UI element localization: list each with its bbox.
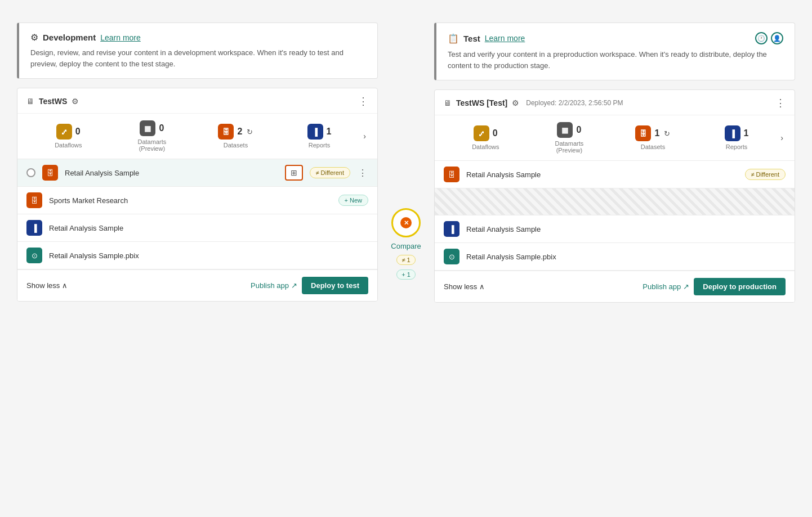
compare-new-badge: + 1 [396,269,416,280]
dev-item-dataset-icon-retail: 🗄 [42,165,58,181]
test-item-name-retail-report: Retail Analysis Sample [466,225,786,233]
test-person-icon[interactable]: 👤 [771,32,783,44]
test-info-card: 📋 Test Learn more 🕐 👤 Test and verify yo… [434,23,795,80]
test-datasets-count: 1 [654,128,659,138]
dev-datamarts-label: Datamarts(Preview) [137,138,166,152]
test-item-row-hatched [435,188,795,215]
test-datasets-refresh-icon[interactable]: ↻ [664,129,670,138]
dev-compare-icon-btn[interactable]: ⊞ [285,165,303,181]
test-datasets-label: Datasets [641,143,665,150]
dev-stat-dataflows: ⑇ 0 Dataflows [26,124,110,149]
test-stats-row: ⑇ 0 Dataflows ▦ 0 Datamarts(Preview) 🗄 [435,115,795,160]
test-reports-count: 1 [744,128,749,138]
dev-publish-app-button[interactable]: Publish app ↗ [251,281,297,290]
dev-reports-icon: ▐ [307,124,323,140]
dev-datasets-refresh-icon[interactable]: ↻ [247,128,253,136]
dev-item-menu-retail-dataset[interactable]: ⋮ [357,168,368,178]
test-item-row-retail-dataset: 🗄 Retail Analysis Sample ≠ Different [435,161,795,188]
test-workspace-card: 🖥 TestWS [Test] ⚙ Deployed: 2/2/2023, 2:… [434,89,795,303]
test-datamarts-icon: ▦ [557,122,573,138]
dev-show-less-label: Show less [26,281,60,290]
dev-info-card: ⚙ Development Learn more Design, review,… [17,23,378,79]
test-stat-dataflows: ⑇ 0 Dataflows [444,125,528,150]
test-stat-datasets: 🗄 1 ↻ Datasets [611,125,695,150]
dev-stat-datamarts: ▦ 0 Datamarts(Preview) [110,120,194,152]
test-card-footer: Show less ∧ Publish app ↗ Deploy to prod… [435,271,795,302]
test-stat-datamarts: ▦ 0 Datamarts(Preview) [528,122,612,154]
dev-item-name-retail-report: Retail Analysis Sample [49,224,368,232]
test-chevron-up-icon: ∧ [479,282,485,291]
test-external-link-icon: ↗ [683,282,689,291]
dev-workspace-menu[interactable]: ⋮ [358,96,368,106]
dev-stat-reports: ▐ 1 Reports [278,124,362,149]
dev-item-row-retail-report: ▐ Retail Analysis Sample [17,214,377,242]
dev-reports-label: Reports [309,142,331,149]
test-workspace-header: 🖥 TestWS [Test] ⚙ Deployed: 2/2/2023, 2:… [435,90,795,115]
test-deploy-button[interactable]: Deploy to production [694,278,786,295]
dev-item-name-retail-pbix: Retail Analysis Sample.pbix [49,251,368,260]
dev-datasets-label: Datasets [224,142,248,149]
compare-circle[interactable]: ✕ [391,208,421,237]
compare-grid-icon: ⊞ [291,168,297,177]
compare-label[interactable]: Compare [391,242,421,250]
dev-item-row-retail-dataset: 🗄 Retail Analysis Sample ⊞ ≠ Different ⋮ [17,159,377,187]
dev-item-row-retail-pbix: ⊙ Retail Analysis Sample.pbix [17,242,377,269]
dev-workspace-header: 🖥 TestWS ⚙ ⋮ [17,88,377,114]
dev-stat-datasets: 🗄 2 ↻ Datasets [194,124,278,149]
test-workspace-menu[interactable]: ⋮ [775,98,786,108]
dev-datasets-icon: 🗄 [218,124,234,140]
test-item-report-icon-retail: ▐ [444,221,459,237]
dev-ws-settings-icon[interactable]: ⚙ [72,97,79,106]
dev-dataflows-icon: ⑇ [56,124,72,140]
test-show-less-button[interactable]: Show less ∧ [444,282,485,291]
dev-deploy-button[interactable]: Deploy to test [302,277,368,294]
test-dataflows-count: 0 [493,128,498,138]
dev-card-footer: Show less ∧ Publish app ↗ Deploy to test [17,269,377,301]
dev-item-row-sports: 🗄 Sports Market Research + New [17,187,377,214]
dev-workspace-name: TestWS [39,97,67,106]
test-workspace-icon: 🖥 [444,98,452,107]
dev-stats-chevron-right[interactable]: › [361,132,368,141]
test-stats-chevron-right[interactable]: › [778,133,786,142]
test-datasets-icon: 🗄 [635,125,651,141]
test-dataflows-label: Dataflows [472,143,499,150]
test-show-less-label: Show less [444,282,477,291]
dev-item-name-sports: Sports Market Research [49,196,332,205]
dev-description: Design, review, and revise your content … [30,47,366,69]
test-reports-label: Reports [726,143,748,150]
wrench-icon: ⚙ [30,32,38,43]
test-title: Test [463,34,480,43]
workspace-icon: 🖥 [26,97,34,106]
test-item-dataset-icon-retail: 🗄 [444,167,459,182]
test-dataflows-icon: ⑇ [474,125,489,141]
dev-item-badge-different: ≠ Different [310,167,350,178]
dev-item-pbix-icon-retail: ⊙ [26,248,42,263]
development-stage: ⚙ Development Learn more Design, review,… [17,23,378,302]
dev-dataflows-label: Dataflows [55,142,82,149]
dev-datasets-count: 2 [237,127,242,137]
dev-external-link-icon: ↗ [291,281,297,290]
dev-item-badge-new: + New [338,195,369,206]
compare-section: ✕ Compare ≠ 1 + 1 [378,23,434,280]
dev-publish-label: Publish app [251,281,289,290]
test-stat-reports: ▐ 1 Reports [695,125,779,150]
test-description: Test and verify your content in a prepro… [448,49,783,71]
test-item-badge-different: ≠ Different [745,169,786,180]
test-item-row-retail-pbix: ⊙ Retail Analysis Sample.pbix [435,243,795,271]
compare-x-icon: ✕ [400,217,412,228]
test-learn-more-link[interactable]: Learn more [485,34,525,43]
test-history-icon[interactable]: 🕐 [755,32,768,44]
test-item-row-retail-report: ▐ Retail Analysis Sample [435,215,795,243]
test-publish-label: Publish app [643,282,681,291]
test-ws-settings-icon[interactable]: ⚙ [512,98,519,107]
dev-item-radio-retail[interactable] [26,168,35,177]
dev-learn-more-link[interactable]: Learn more [100,33,141,42]
dev-items-section: 🗄 Retail Analysis Sample ⊞ ≠ Different ⋮… [17,159,377,269]
dev-show-less-button[interactable]: Show less ∧ [26,281,68,290]
test-items-section: 🗄 Retail Analysis Sample ≠ Different ▐ R… [435,160,795,271]
compare-different-badge: ≠ 1 [396,255,415,265]
test-publish-app-button[interactable]: Publish app ↗ [643,282,689,291]
dev-workspace-card: 🖥 TestWS ⚙ ⋮ ⑇ 0 Dataflows ▦ 0 [17,88,378,302]
test-item-name-retail-pbix: Retail Analysis Sample.pbix [466,253,786,261]
dev-title: Development [43,33,96,42]
